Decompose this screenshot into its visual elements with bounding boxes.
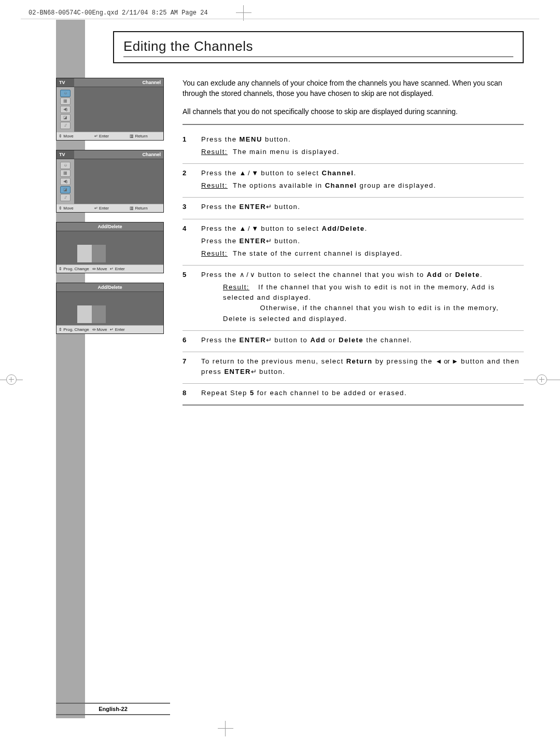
menu-icon: ⎉ xyxy=(60,162,71,169)
menu-icon: ◀) xyxy=(60,178,71,185)
title-block: Editing the Channels xyxy=(113,31,524,63)
step-text: or xyxy=(326,336,339,344)
foot-prog: ⇕ Prog. Change xyxy=(59,327,89,332)
leftright-icon: ◄ or ► xyxy=(435,357,458,365)
step-1: 1 Press the MENU button. Result: The mai… xyxy=(183,130,524,164)
result-text: The options available in xyxy=(233,182,325,189)
tv-menu-screenshot-2: TV Channel ⎉ ▦ ◀) ◪ ⎎ ⇕ Move ↵ Enter xyxy=(56,150,164,213)
step-text: Press the xyxy=(201,203,240,211)
step-number: 7 xyxy=(183,356,192,379)
foot-move: ⇕ Move xyxy=(59,206,90,211)
menu-footer: ⇕ Move ↵ Enter ▥ Return xyxy=(57,132,163,140)
delete-bold: Delete xyxy=(339,336,363,344)
enter-icon: ↵ xyxy=(266,203,272,211)
foot-move: ⇔ Move xyxy=(92,267,107,271)
menu-icon: ▦ xyxy=(60,97,71,105)
add-delete-screenshot-1: Add/Delete ⇕ Prog. Change ⇔ Move ↵ Enter xyxy=(56,222,164,273)
crop-mark-bottom xyxy=(218,721,233,736)
channel-label: Channel xyxy=(74,150,163,159)
menu-content-area xyxy=(74,159,163,204)
menu-icon: ⎎ xyxy=(60,122,71,129)
enter-icon: ↵ xyxy=(251,368,257,375)
add-delete-title: Add/Delete xyxy=(57,283,163,292)
step-text: Press the xyxy=(201,271,240,278)
result-text: The main menu is displayed. xyxy=(233,148,340,156)
enter-label: ENTER xyxy=(240,336,267,344)
crop-mark-left xyxy=(0,372,23,388)
skip-icon: ∧ / ∨ xyxy=(240,271,256,278)
menu-footer: ⇕ Prog. Change ⇔ Move ↵ Enter xyxy=(57,325,163,333)
step-text: button. xyxy=(257,368,285,375)
step-text: Press the xyxy=(201,135,240,143)
source-header: 02-BN68-00574C-00Eng.qxd 2/11/04 8:25 AM… xyxy=(29,9,208,17)
crop-mark-right xyxy=(524,372,560,388)
step-number: 5 xyxy=(183,270,192,326)
foot-enter: ↵ Enter xyxy=(110,267,124,271)
foot-return: ▥ Return xyxy=(130,206,161,211)
menu-icon: ◀) xyxy=(60,106,71,113)
result-text: If the channel that you wish to edit is … xyxy=(223,283,495,301)
step-number: 8 xyxy=(183,388,192,400)
foot-prog: ⇕ Prog. Change xyxy=(59,267,89,271)
channel-bold: Channel xyxy=(322,169,354,177)
menu-icon: ⎉ xyxy=(60,90,71,97)
step-text: Press the xyxy=(201,336,240,344)
page-footer: English-22 xyxy=(56,703,170,715)
intro-p1: You can exclude any channels of your cho… xyxy=(183,78,524,99)
result-label: Result: xyxy=(223,282,249,292)
step-text: button to select the channel that you wi… xyxy=(255,271,427,278)
menu-icon-column: ⎉ ▦ ◀) ◪ ⎎ xyxy=(57,159,74,204)
intro-text: You can exclude any channels of your cho… xyxy=(183,78,524,117)
enter-label: ENTER xyxy=(240,203,267,211)
step-8: 8 Repeat Step 5 for each channel to be a… xyxy=(183,384,524,406)
updown-icon: ▲ / ▼ xyxy=(240,169,259,177)
preview-screen xyxy=(77,305,106,323)
tv-label: TV xyxy=(57,150,74,159)
foot-move: ⇕ Move xyxy=(59,134,90,138)
add-delete-title: Add/Delete xyxy=(57,222,163,231)
step-6: 6 Press the ENTER↵ button to Add or Dele… xyxy=(183,331,524,352)
menu-icon: ⎎ xyxy=(60,194,71,201)
return-bold: Return xyxy=(346,357,373,365)
menu-icon: ◪ xyxy=(60,114,71,121)
step-ref: 5 xyxy=(250,389,255,397)
preview-screen xyxy=(77,245,106,262)
step-text: or xyxy=(442,271,455,278)
step-text: Press the xyxy=(201,237,240,245)
step-text: Press the xyxy=(201,225,240,232)
add-delete-screenshot-2: Add/Delete ⇕ Prog. Change ⇔ Move ↵ Enter xyxy=(56,283,164,334)
step-3: 3 Press the ENTER↵ button. xyxy=(183,198,524,219)
step-text: button to xyxy=(272,336,310,344)
step-text: To return to the previous menu, select xyxy=(201,357,346,365)
step-7: 7 To return to the previous menu, select… xyxy=(183,352,524,384)
step-text: for each channel to be added or erased. xyxy=(255,389,407,397)
step-text: the channel. xyxy=(363,336,412,344)
add-bold: Add xyxy=(310,336,326,344)
step-number: 4 xyxy=(183,224,192,261)
step-text: Repeat Step xyxy=(201,389,250,397)
top-divider xyxy=(21,19,539,19)
step-text: button. xyxy=(272,203,300,211)
intro-p2: All channels that you do not specificall… xyxy=(183,106,524,117)
page-title: Editing the Channels xyxy=(123,38,513,57)
result-text: The state of the current channel is disp… xyxy=(233,249,403,257)
enter-icon: ↵ xyxy=(266,237,272,245)
enter-label: ENTER xyxy=(240,237,267,245)
menu-footer: ⇕ Prog. Change ⇔ Move ↵ Enter xyxy=(57,264,163,273)
step-text: button. xyxy=(262,135,291,143)
result-label: Result: xyxy=(201,148,228,156)
menu-icon: ▦ xyxy=(60,170,71,177)
enter-icon: ↵ xyxy=(266,336,272,344)
result-label: Result: xyxy=(201,249,228,257)
step-text: button. xyxy=(272,237,300,245)
step-4: 4 Press the ▲ / ▼ button to select Add/D… xyxy=(183,219,524,266)
result-label: Result: xyxy=(201,182,228,189)
updown-icon: ▲ / ▼ xyxy=(240,225,259,232)
menu-label: MENU xyxy=(240,135,262,143)
menu-icon: ◪ xyxy=(60,186,71,193)
add-delete-bold: Add/Delete xyxy=(322,225,365,232)
menu-footer: ⇕ Move ↵ Enter ▥ Return xyxy=(57,204,163,212)
step-5: 5 Press the ∧ / ∨ button to select the c… xyxy=(183,266,524,331)
channel-label: Channel xyxy=(74,78,163,87)
enter-label: ENTER xyxy=(224,368,251,375)
